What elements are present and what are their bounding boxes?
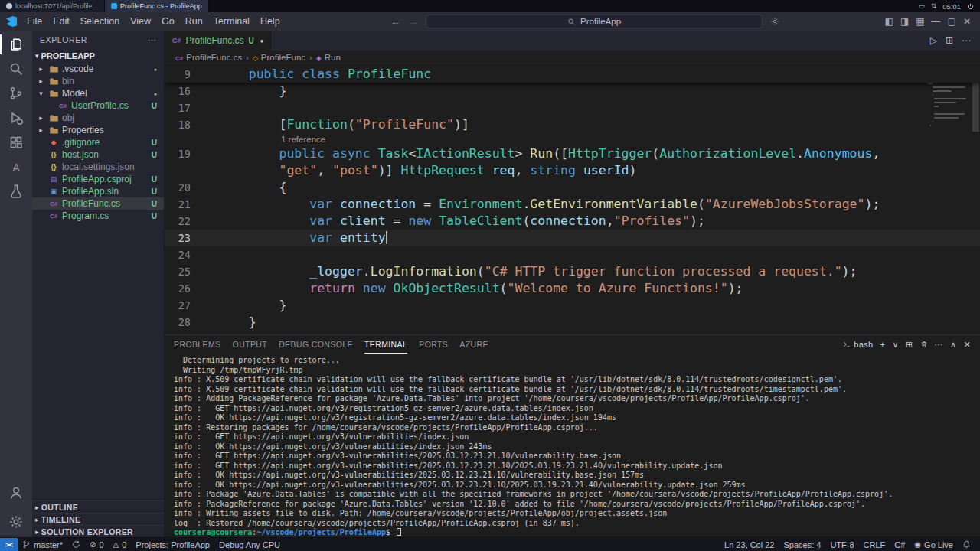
nav-back-icon[interactable]: ← (390, 16, 400, 28)
menu-help[interactable]: Help (255, 15, 286, 28)
status-item-0[interactable]: △0 (109, 538, 132, 551)
panel-more-actions-icon[interactable]: ⋯ (935, 340, 943, 350)
status-item-crlf[interactable]: CRLF (859, 538, 890, 551)
titlebar: FileEditSelectionViewGoRunTerminalHelp ←… (0, 12, 980, 31)
tree-item-obj[interactable]: ▸obj (32, 112, 164, 124)
tree-item-host.json[interactable]: {}host.jsonU (32, 148, 164, 161)
menu-edit[interactable]: Edit (47, 15, 75, 28)
explorer-icon[interactable] (0, 32, 32, 57)
run-button[interactable]: ▷ (930, 35, 937, 46)
menu-selection[interactable]: Selection (75, 15, 125, 28)
taskbar-window-browser[interactable]: localhost:7071/api/Profile... (0, 0, 105, 12)
status-item-0[interactable]: ⊘0 (85, 538, 109, 551)
status-item-projects-profileapp[interactable]: Projects: ProfileApp (131, 538, 214, 551)
tree-item-bin[interactable]: ▸bin (32, 75, 164, 87)
split-terminal-icon[interactable]: ⊞ (906, 340, 913, 350)
status-item-utf-8[interactable]: UTF-8 (825, 538, 858, 551)
menu-file[interactable]: File (21, 15, 47, 28)
account-icon[interactable] (0, 481, 32, 505)
extensions-icon[interactable] (0, 130, 32, 155)
menu-terminal[interactable]: Terminal (208, 15, 255, 28)
section-outline[interactable]: ▸OUTLINE (32, 500, 164, 513)
panel-tab-problems[interactable]: PROBLEMS (174, 335, 221, 354)
panel-tab-debug-console[interactable]: DEBUG CONSOLE (279, 335, 353, 354)
status-item-bell[interactable] (958, 538, 975, 551)
customize-layout-icon[interactable]: ▦ (916, 16, 924, 27)
chevron-right-icon: ▸ (35, 504, 39, 511)
menu-view[interactable]: View (125, 15, 156, 28)
sln-icon: ▣ (48, 187, 59, 195)
chevron-down-icon[interactable]: ∨ (892, 340, 898, 350)
window-close-icon[interactable]: ✕ (963, 16, 971, 27)
status-item-debug-any-cpu[interactable]: Debug Any CPU (214, 538, 285, 551)
status-item-master-[interactable]: master* (18, 538, 67, 551)
code-line: 16 } (165, 83, 980, 99)
maximize-panel-icon[interactable]: ∧ (950, 340, 956, 350)
panel-tab-azure[interactable]: AZURE (459, 335, 488, 354)
panel-tab-output[interactable]: OUTPUT (233, 335, 268, 354)
kill-terminal-icon[interactable] (920, 341, 928, 348)
status-item-go-live[interactable]: ◉Go Live (910, 538, 958, 551)
status-item-c-[interactable]: C# (890, 538, 910, 551)
panel-tab-terminal[interactable]: TERMINAL (364, 335, 407, 354)
breadcrumb-item-ProfileFunc[interactable]: ◇ProfileFunc (253, 53, 305, 62)
tree-item-ProfileFunc.cs[interactable]: C#ProfileFunc.csU (32, 197, 164, 210)
display-icon[interactable]: ▭ (918, 2, 925, 10)
tree-item-Properties[interactable]: ▸Properties (32, 124, 164, 136)
section-solution-explorer[interactable]: ▸SOLUTION EXPLORER (32, 525, 164, 537)
code-editor[interactable]: 9 public class ProfileFunc16 }1718 [Func… (165, 64, 980, 334)
search-icon (567, 18, 576, 26)
run-debug-icon[interactable] (0, 106, 32, 130)
new-terminal-icon[interactable]: + (880, 340, 886, 349)
power-icon[interactable] (967, 3, 974, 10)
section-timeline[interactable]: ▸TIMELINE (32, 513, 164, 525)
tree-item-Model[interactable]: ▾Model● (32, 87, 164, 99)
toggle-primary-sidebar-icon[interactable]: ◧ (885, 16, 893, 27)
search-sidebar-icon[interactable] (0, 57, 32, 81)
status-item-ln-23-col-22[interactable]: Ln 23, Col 22 (720, 538, 779, 551)
vscode-logo-icon (6, 16, 17, 27)
editor-more-actions-icon[interactable]: ⋯ (962, 35, 971, 46)
tab-label: ProfileFunc.cs (186, 35, 244, 46)
nav-forward-icon[interactable]: → (408, 16, 418, 28)
project-root-row[interactable]: ▾ PROFILEAPP (32, 49, 164, 63)
tree-item-.gitignore[interactable]: ◆.gitignoreU (32, 136, 164, 148)
tree-item-ProfileApp.csproj[interactable]: ▤ProfileApp.csprojU (32, 173, 164, 185)
terminal-line: info : Restoring packages for /home/cour… (174, 423, 980, 433)
manage-gear-icon[interactable] (0, 510, 32, 534)
minimap-line (933, 90, 952, 92)
dirty-dot-icon[interactable]: ● (260, 37, 264, 44)
network-icon[interactable]: ⇅ (931, 2, 937, 10)
menu-run[interactable]: Run (180, 15, 208, 28)
tree-item-UserProfile.cs[interactable]: C#UserProfile.csU (32, 99, 164, 112)
split-editor-icon[interactable]: ⊞ (946, 35, 953, 46)
command-center-search[interactable]: ProfileApp (426, 15, 763, 28)
more-actions-icon[interactable]: ⋯ (148, 35, 156, 44)
line-number: 25 (165, 263, 201, 280)
remote-window-indicator[interactable]: >< (0, 538, 18, 551)
testing-beaker-icon[interactable] (0, 179, 32, 204)
close-panel-icon[interactable]: ✕ (963, 340, 971, 350)
window-maximize-icon[interactable]: ▢ (948, 16, 956, 27)
breadcrumb-item-Run[interactable]: ◈Run (316, 53, 341, 62)
toggle-panel-icon[interactable]: ◨ (900, 16, 909, 27)
menu-go[interactable]: Go (156, 15, 180, 28)
tab-profilefunc[interactable]: C# ProfileFunc.cs U ● (165, 31, 273, 51)
tree-item-local.settings.json[interactable]: {}local.settings.json (32, 161, 164, 173)
tree-item-.vscode[interactable]: ▸.vscode● (32, 63, 164, 75)
status-item-sync[interactable] (67, 538, 85, 551)
settings-gear-icon[interactable] (770, 17, 779, 26)
status-label: C# (894, 540, 905, 549)
status-item-spaces-4[interactable]: Spaces: 4 (779, 538, 825, 551)
terminal-output[interactable]: Determining projects to restore... Writi… (165, 354, 980, 537)
taskbar-window-vscode[interactable]: ProfileFunc.cs - ProfileApp (105, 0, 209, 12)
azure-icon[interactable]: A (0, 155, 32, 179)
panel-tab-ports[interactable]: PORTS (419, 335, 448, 354)
tree-item-ProfileApp.sln[interactable]: ▣ProfileApp.slnU (32, 185, 164, 197)
window-minimize-icon[interactable]: — (932, 16, 941, 27)
terminal-line: info : OK https://api.nuget.org/v3-vulne… (174, 481, 980, 491)
source-control-icon[interactable] (0, 81, 32, 106)
shell-selector[interactable]: bash (843, 340, 873, 349)
tree-item-Program.cs[interactable]: C#Program.csU (32, 210, 164, 222)
breadcrumb-item-ProfileFunc.cs[interactable]: C#ProfileFunc.cs (175, 53, 242, 62)
